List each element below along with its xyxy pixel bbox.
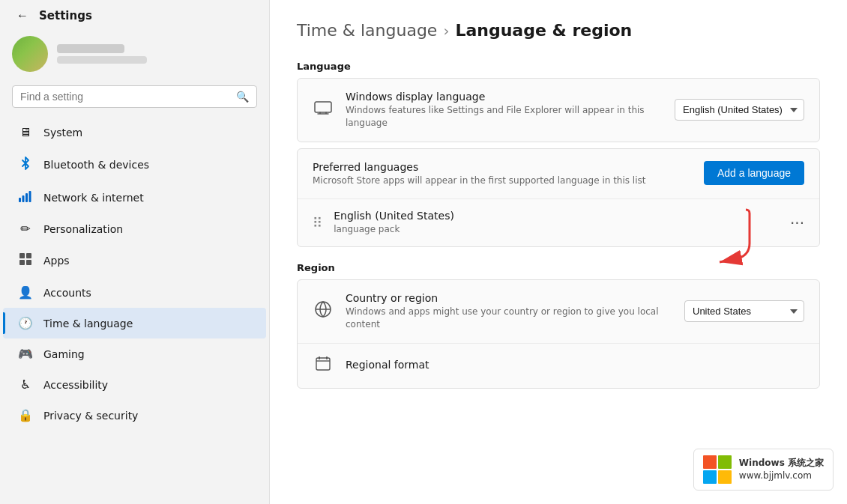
watermark-text: Windows 系统之家 www.bjjmlv.com: [739, 457, 824, 482]
preferred-languages-desc: Microsoft Store apps will appear in the …: [313, 174, 692, 187]
user-area: [0, 28, 269, 82]
sidebar-item-label: Gaming: [43, 348, 85, 360]
sidebar-item-label: Time & language: [43, 318, 133, 330]
user-name-blur: [57, 44, 124, 53]
user-email-blur: [57, 56, 147, 64]
sidebar-item-system[interactable]: 🖥 System: [3, 117, 266, 148]
sidebar-item-label: Privacy & security: [43, 410, 138, 422]
region-section-label: Region: [297, 262, 820, 273]
gaming-icon: 🎮: [18, 347, 33, 361]
svg-rect-13: [326, 356, 328, 359]
sidebar-item-apps[interactable]: Apps: [3, 244, 266, 277]
windows-quad-1: [703, 455, 717, 469]
display-language-icon: [313, 100, 334, 119]
preferred-languages-row: Preferred languages Microsoft Store apps…: [298, 149, 819, 199]
svg-rect-4: [19, 253, 25, 258]
regional-format-icon: [313, 356, 334, 376]
svg-rect-2: [25, 193, 28, 202]
apps-icon: [18, 252, 33, 269]
region-card: Country or region Windows and apps might…: [297, 279, 820, 389]
watermark: Windows 系统之家 www.bjjmlv.com: [693, 449, 834, 491]
country-or-region-title: Country or region: [346, 292, 672, 304]
sidebar-item-network[interactable]: Network & internet: [3, 182, 266, 213]
regional-format-title: Regional format: [346, 359, 804, 371]
privacy-icon: 🔒: [18, 408, 33, 422]
country-or-region-row: Country or region Windows and apps might…: [298, 280, 819, 344]
windows-quad-2: [718, 455, 732, 469]
preferred-languages-text: Preferred languages Microsoft Store apps…: [313, 161, 692, 187]
sidebar-item-privacy-security[interactable]: 🔒 Privacy & security: [3, 400, 266, 431]
network-icon: [18, 190, 33, 205]
windows-quad-4: [718, 470, 732, 484]
svg-rect-6: [19, 260, 25, 265]
search-input[interactable]: [20, 91, 230, 103]
windows-display-language-select[interactable]: English (United States): [675, 99, 804, 121]
accessibility-icon: ♿: [18, 377, 33, 392]
breadcrumb-parent[interactable]: Time & language: [297, 21, 437, 40]
windows-logo: [703, 455, 732, 484]
windows-display-language-title: Windows display language: [346, 91, 663, 103]
svg-rect-5: [26, 253, 31, 258]
svg-rect-3: [29, 191, 31, 202]
windows-display-language-text: Windows display language Windows feature…: [346, 91, 663, 130]
sidebar-item-time-language[interactable]: 🕐 Time & language: [3, 308, 266, 338]
sidebar-item-label: Network & internet: [43, 192, 144, 204]
globe-icon: [313, 300, 334, 322]
time-language-icon: 🕐: [18, 316, 33, 330]
windows-quad-3: [703, 470, 717, 484]
svg-rect-8: [315, 102, 331, 112]
breadcrumb: Time & language › Language & region: [297, 21, 820, 40]
windows-display-language-desc: Windows features like Settings and File …: [346, 104, 663, 130]
search-box[interactable]: 🔍: [12, 85, 257, 108]
sidebar-item-label: Accounts: [43, 287, 91, 299]
sidebar-item-bluetooth[interactable]: Bluetooth & devices: [3, 148, 266, 182]
sidebar-item-label: Apps: [43, 255, 70, 267]
sidebar-item-accessibility[interactable]: ♿ Accessibility: [3, 369, 266, 400]
bluetooth-icon: [18, 156, 33, 174]
more-options-icon[interactable]: ···: [790, 214, 804, 232]
add-language-button[interactable]: Add a language: [704, 161, 804, 185]
sidebar-item-label: Accessibility: [43, 379, 108, 391]
country-or-region-desc: Windows and apps might use your country …: [346, 306, 672, 331]
sidebar-item-label: Bluetooth & devices: [43, 159, 149, 171]
watermark-line2: www.bjjmlv.com: [739, 470, 824, 482]
breadcrumb-separator: ›: [443, 22, 449, 40]
sidebar-nav: 🖥 System Bluetooth & devices Network & i…: [0, 117, 269, 431]
svg-rect-11: [316, 358, 330, 370]
sidebar: ← Settings 🔍 🖥 System Bluetooth & device…: [0, 0, 270, 504]
accounts-icon: 👤: [18, 285, 33, 300]
language-section-label: Language: [297, 61, 820, 72]
country-or-region-action[interactable]: United States: [684, 300, 804, 322]
country-or-region-text: Country or region Windows and apps might…: [346, 292, 672, 331]
avatar: [12, 36, 48, 72]
sidebar-header: ← Settings: [0, 0, 269, 28]
search-icon: 🔍: [236, 91, 249, 103]
english-us-name: English (United States): [334, 210, 780, 222]
language-card: Windows display language Windows feature…: [297, 78, 820, 142]
windows-display-language-action[interactable]: English (United States): [675, 99, 804, 121]
preferred-languages-title: Preferred languages: [313, 161, 692, 173]
back-button[interactable]: ←: [12, 7, 33, 24]
sidebar-item-label: Personalization: [43, 223, 123, 235]
drag-handle-icon[interactable]: ⠿: [313, 215, 323, 231]
english-us-text: English (United States) language pack: [334, 210, 780, 236]
sidebar-item-gaming[interactable]: 🎮 Gaming: [3, 338, 266, 369]
breadcrumb-current: Language & region: [455, 21, 632, 40]
svg-rect-1: [22, 195, 25, 202]
svg-rect-7: [26, 260, 31, 265]
main-content: Time & language › Language & region Lang…: [270, 0, 847, 504]
sidebar-item-label: System: [43, 127, 82, 139]
regional-format-text: Regional format: [346, 359, 804, 372]
regional-format-row: Regional format: [298, 344, 819, 388]
english-us-row: ⠿ English (United States) language pack …: [298, 198, 819, 246]
sidebar-item-personalization[interactable]: ✏️ Personalization: [3, 213, 266, 244]
sidebar-title: Settings: [39, 9, 92, 22]
svg-rect-0: [19, 198, 21, 202]
watermark-line1: Windows 系统之家: [739, 457, 824, 470]
country-select[interactable]: United States: [684, 300, 804, 322]
system-icon: 🖥: [18, 125, 33, 139]
english-us-sub: language pack: [334, 223, 780, 236]
personalization-icon: ✏️: [18, 222, 33, 236]
sidebar-item-accounts[interactable]: 👤 Accounts: [3, 277, 266, 308]
svg-rect-12: [319, 356, 320, 359]
